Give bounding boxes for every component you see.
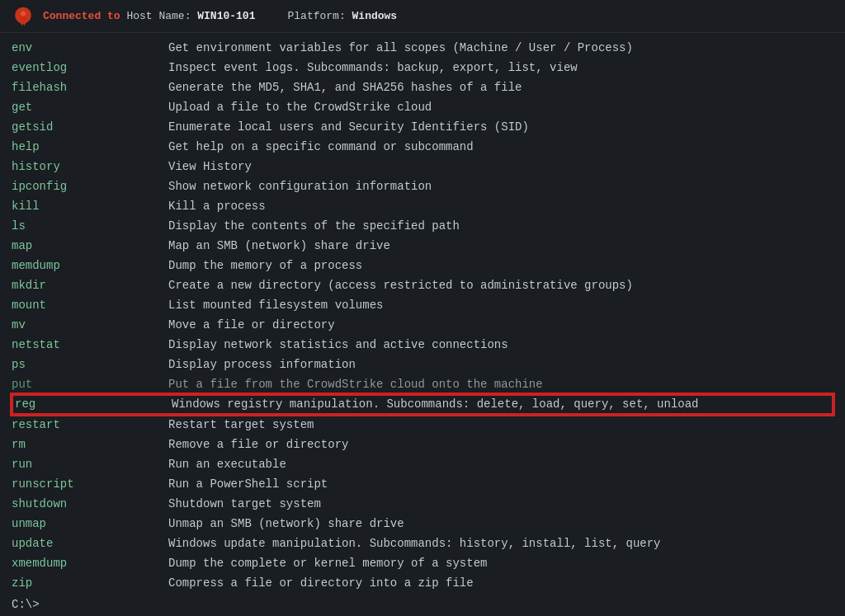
cmd-name: getsid — [12, 117, 168, 137]
table-row: filehashGenerate the MD5, SHA1, and SHA2… — [12, 78, 833, 97]
platform-label: Platform: — [288, 10, 346, 22]
cmd-desc: Create a new directory (access restricte… — [168, 275, 833, 295]
cmd-desc: Get help on a specific command or subcom… — [168, 137, 833, 157]
cmd-desc: Unmap an SMB (network) share drive — [168, 514, 833, 534]
host-label: Host Name: — [126, 10, 197, 22]
cmd-desc: Put a file from the CrowdStrike cloud on… — [168, 374, 833, 394]
table-row: getsidEnumerate local users and Security… — [12, 117, 833, 137]
table-row: zipCompress a file or directory into a z… — [12, 573, 833, 593]
cmd-name: netstat — [12, 335, 168, 355]
table-row: restartRestart target system — [12, 415, 833, 435]
cmd-name: memdump — [12, 256, 168, 275]
cmd-desc: Dump the complete or kernel memory of a … — [168, 553, 833, 573]
terminal-output: envGet environment variables for all sco… — [0, 33, 845, 616]
cmd-desc: Windows update manipulation. Subcommands… — [168, 534, 833, 553]
cmd-desc: Upload a file to the CrowdStrike cloud — [168, 97, 833, 117]
cmd-name: eventlog — [12, 58, 168, 78]
cmd-name: mkdir — [12, 275, 168, 295]
table-row: rmRemove a file or directory — [12, 435, 833, 454]
table-row: lsDisplay the contents of the specified … — [12, 216, 833, 236]
cmd-name: filehash — [12, 78, 168, 97]
cmd-desc: Restart target system — [168, 415, 833, 435]
cmd-name: rm — [12, 435, 168, 454]
cmd-name: ps — [12, 355, 168, 374]
cmd-name: shutdown — [12, 494, 168, 514]
cmd-name: mount — [12, 295, 168, 315]
cmd-name: runscript — [12, 474, 168, 494]
cmd-name: ls — [12, 216, 168, 236]
table-row: runRun an executable — [12, 454, 833, 474]
cmd-name: help — [12, 137, 168, 157]
cmd-name: ipconfig — [12, 176, 168, 196]
titlebar: Connected to Host Name: WIN10-101 Platfo… — [0, 0, 845, 33]
cmd-name: env — [12, 38, 168, 58]
connection-status: Connected to Host Name: WIN10-101 Platfo… — [43, 10, 397, 22]
cmd-desc: Map an SMB (network) share drive — [168, 236, 833, 256]
table-row: getUpload a file to the CrowdStrike clou… — [12, 97, 833, 117]
connected-label: Connected to — [43, 10, 120, 22]
cmd-desc: Dump the memory of a process — [168, 256, 833, 275]
cmd-desc: Enumerate local users and Security Ident… — [168, 117, 833, 137]
command-table: envGet environment variables for all sco… — [12, 38, 833, 593]
cmd-desc: Display process information — [168, 355, 833, 374]
cmd-desc: Get environment variables for all scopes… — [168, 38, 833, 58]
table-row: psDisplay process information — [12, 355, 833, 374]
table-row: killKill a process — [12, 196, 833, 216]
cmd-desc: Display the contents of the specified pa… — [168, 216, 833, 236]
cmd-desc: Run a PowerShell script — [168, 474, 833, 494]
cmd-name: get — [12, 97, 168, 117]
cmd-desc: Remove a file or directory — [168, 435, 833, 454]
cmd-desc: Show network configuration information — [168, 176, 833, 196]
cmd-name: unmap — [12, 514, 168, 534]
table-row: helpGet help on a specific command or su… — [12, 137, 833, 157]
table-row: regWindows registry manipulation. Subcom… — [12, 394, 833, 415]
table-row: runscriptRun a PowerShell script — [12, 474, 833, 494]
table-row: ipconfigShow network configuration infor… — [12, 176, 833, 196]
table-row: shutdownShutdown target system — [12, 494, 833, 514]
cmd-name: kill — [12, 196, 168, 216]
cmd-desc: Move a file or directory — [168, 315, 833, 335]
table-row: eventlogInspect event logs. Subcommands:… — [12, 58, 833, 78]
cmd-name: mv — [12, 315, 168, 335]
cmd-name: xmemdump — [12, 553, 168, 573]
table-row: mkdirCreate a new directory (access rest… — [12, 275, 833, 295]
cmd-desc: Windows registry manipulation. Subcomman… — [168, 394, 833, 415]
table-row: envGet environment variables for all sco… — [12, 38, 833, 58]
cmd-desc: Shutdown target system — [168, 494, 833, 514]
table-row: netstatDisplay network statistics and ac… — [12, 335, 833, 355]
cmd-desc: List mounted filesystem volumes — [168, 295, 833, 315]
host-value: WIN10-101 — [197, 10, 255, 22]
cmd-name: reg — [12, 394, 168, 415]
table-row: updateWindows update manipulation. Subco… — [12, 534, 833, 553]
cmd-desc: Display network statistics and active co… — [168, 335, 833, 355]
cmd-name: zip — [12, 573, 168, 593]
cmd-desc: View History — [168, 157, 833, 176]
cmd-name: map — [12, 236, 168, 256]
falcon-logo-icon — [12, 5, 35, 28]
cmd-desc: Run an executable — [168, 454, 833, 474]
prompt-line: C:\> — [12, 598, 833, 611]
table-row: xmemdumpDump the complete or kernel memo… — [12, 553, 833, 573]
cmd-name: put — [12, 374, 168, 394]
cmd-desc: Generate the MD5, SHA1, and SHA256 hashe… — [168, 78, 833, 97]
table-row: mapMap an SMB (network) share drive — [12, 236, 833, 256]
cmd-name: update — [12, 534, 168, 553]
table-row: putPut a file from the CrowdStrike cloud… — [12, 374, 833, 394]
table-row: mvMove a file or directory — [12, 315, 833, 335]
table-row: historyView History — [12, 157, 833, 176]
cmd-desc: Kill a process — [168, 196, 833, 216]
table-row: unmapUnmap an SMB (network) share drive — [12, 514, 833, 534]
table-row: memdumpDump the memory of a process — [12, 256, 833, 275]
cmd-name: history — [12, 157, 168, 176]
platform-value: Windows — [352, 10, 398, 22]
cmd-name: restart — [12, 415, 168, 435]
table-row: mountList mounted filesystem volumes — [12, 295, 833, 315]
cmd-name: run — [12, 454, 168, 474]
cmd-desc: Inspect event logs. Subcommands: backup,… — [168, 58, 833, 78]
cmd-desc: Compress a file or directory into a zip … — [168, 573, 833, 593]
